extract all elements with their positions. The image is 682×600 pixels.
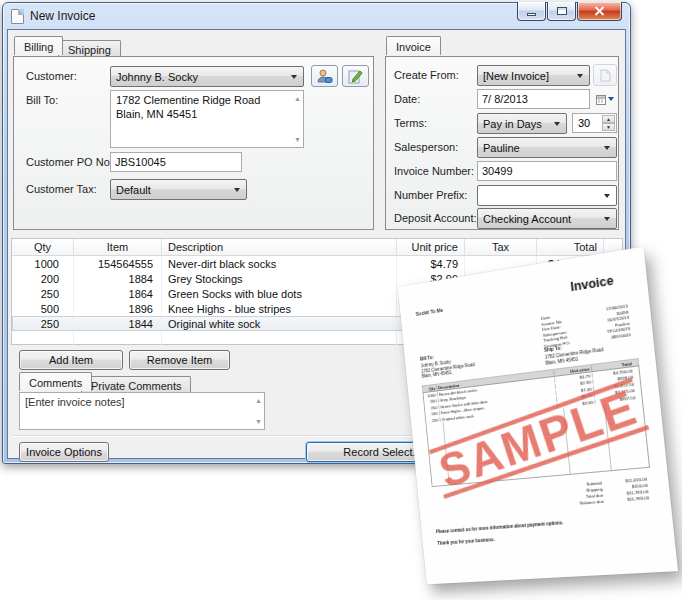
scroll-down-icon[interactable]: ▼ [294, 136, 301, 143]
scroll-up-icon[interactable]: ▲ [294, 95, 301, 102]
create-from-label: Create From: [394, 69, 459, 81]
invoice-notes-value: [Enter invoice notes] [25, 395, 250, 409]
sample-invoice-content: Sockit To Me Invoice Date: 17/06/2013 In… [398, 247, 678, 585]
sample-invoice-paper: Sockit To Me Invoice Date: 17/06/2013 In… [398, 247, 678, 585]
bill-to-textarea[interactable]: 1782 Clementine Ridge Road Blain, MN 454… [110, 90, 304, 148]
chevron-down-icon [604, 146, 610, 150]
invoice-number-input[interactable] [477, 161, 617, 181]
customer-po-input[interactable] [110, 152, 242, 172]
scroll-down-icon[interactable]: ▼ [255, 418, 262, 425]
billing-panel: Customer: Johnny B. Socky [13, 56, 374, 230]
total-label: Balance due [572, 497, 608, 506]
tab-billing[interactable]: Billing [14, 36, 63, 55]
add-item-button[interactable]: Add Item [19, 350, 123, 370]
bill-to-line2: Blain, MN 45451 [116, 107, 289, 121]
calendar-icon [596, 94, 606, 105]
edit-pencil-icon [348, 69, 363, 84]
chevron-down-icon [577, 74, 583, 78]
spinner-up-icon[interactable]: ▲ [602, 115, 615, 123]
chevron-down-icon [604, 194, 610, 198]
cell-item: 1884 [74, 271, 162, 286]
chevron-down-icon [604, 217, 610, 221]
invoice-panel: Create From: [New Invoice] Date: [385, 56, 619, 230]
chevron-down-icon [291, 75, 297, 79]
table-header: Qty Item Description Unit price Tax Tota… [12, 239, 622, 256]
cell-description: Green Socks with blue dots [162, 286, 397, 301]
customer-value: Johnny B. Socky [116, 71, 198, 83]
maximize-icon [557, 7, 567, 15]
cell-description: Never-dirt black socks [162, 256, 397, 271]
document-icon [11, 9, 24, 24]
remove-item-button[interactable]: Remove Item [129, 350, 230, 370]
cell-description: Grey Stockings [162, 271, 397, 286]
cell-item: 1896 [74, 301, 162, 316]
terms-combobox[interactable]: Pay in Days [477, 113, 567, 134]
cell-description: Knee Highs - blue stripes [162, 301, 397, 316]
customer-contact-icon [317, 69, 333, 84]
column-header-qty[interactable]: Qty [12, 239, 74, 255]
date-input[interactable] [477, 89, 590, 109]
close-button[interactable] [577, 2, 622, 21]
cell-item: 154564555 [74, 256, 162, 271]
screenshot-canvas: New Invoice Billing Shipping Customer: J… [0, 0, 682, 600]
terms-days-stepper[interactable]: 30 ▲ ▼ [572, 113, 617, 133]
spinner-down-icon[interactable]: ▼ [602, 123, 615, 131]
salesperson-value: Pauline [483, 142, 520, 154]
customer-tax-label: Customer Tax: [26, 183, 97, 195]
new-document-icon [600, 69, 611, 82]
deposit-account-value: Checking Account [483, 213, 571, 225]
tab-invoice[interactable]: Invoice [386, 36, 441, 55]
deposit-account-combobox[interactable]: Checking Account [477, 208, 617, 229]
cell-qty: 250 [12, 316, 74, 331]
chevron-down-icon [608, 97, 614, 101]
cell-qty: 1000 [12, 256, 74, 271]
customer-lookup-button[interactable] [311, 65, 338, 87]
cell-qty: 200 [12, 271, 74, 286]
scroll-up-icon[interactable]: ▲ [255, 397, 262, 404]
number-prefix-combobox[interactable] [477, 185, 617, 206]
invoice-heading: Invoice [570, 272, 615, 293]
minimize-button[interactable] [517, 2, 546, 21]
date-picker-button[interactable] [593, 89, 616, 109]
column-header-description[interactable]: Description [162, 239, 397, 255]
window-controls [516, 2, 622, 21]
maximize-button[interactable] [547, 2, 576, 21]
paper-totals: Subtotal $11,633.00 Shipping $150.00 Tot… [571, 475, 650, 506]
terms-value: Pay in Days [483, 118, 542, 130]
paper-bill-to: Bill To: Johnny B. Socky 1782 Clementine… [420, 350, 476, 380]
window-title: New Invoice [30, 9, 95, 23]
create-from-value: [New Invoice] [483, 70, 549, 82]
create-from-combobox[interactable]: [New Invoice] [477, 65, 590, 86]
chevron-down-icon [554, 122, 560, 126]
bill-to-label: Bill To: [26, 94, 58, 106]
tab-comments[interactable]: Comments [19, 372, 92, 391]
customer-edit-button[interactable] [342, 65, 369, 87]
bill-to-line1: 1782 Clementine Ridge Road [116, 93, 289, 107]
cell-item: 1864 [74, 286, 162, 301]
chevron-down-icon [234, 188, 240, 192]
customer-label: Customer: [26, 70, 77, 82]
column-header-item[interactable]: Item [74, 239, 162, 255]
customer-tax-combobox[interactable]: Default [110, 179, 247, 200]
cell-qty: 250 [12, 286, 74, 301]
salesperson-combobox[interactable]: Pauline [477, 137, 617, 158]
cell-qty: 500 [12, 301, 74, 316]
cell-description: Original white sock [162, 316, 397, 331]
column-header-unit-price[interactable]: Unit price [397, 239, 465, 255]
column-header-total[interactable]: Total [537, 239, 604, 255]
paper-footer-line1: Please contact us for more information a… [436, 520, 564, 534]
salesperson-label: Salesperson: [394, 141, 458, 153]
terms-days-value: 30 [578, 117, 590, 129]
deposit-account-label: Deposit Account: [394, 212, 477, 224]
terms-label: Terms: [394, 117, 427, 129]
date-label: Date: [394, 93, 420, 105]
customer-combobox[interactable]: Johnny B. Socky [110, 66, 304, 87]
cell-unit-price: $4.79 [397, 256, 465, 271]
column-header-tax[interactable]: Tax [465, 239, 537, 255]
invoice-options-button[interactable]: Invoice Options [19, 442, 109, 462]
paper-footer-line2: Thank you for your business. [437, 537, 495, 546]
close-icon [594, 6, 605, 16]
create-copy-button[interactable] [593, 64, 617, 86]
cell-item: 1844 [74, 316, 162, 331]
invoice-notes-textarea[interactable]: [Enter invoice notes] ▲ ▼ [19, 392, 265, 430]
